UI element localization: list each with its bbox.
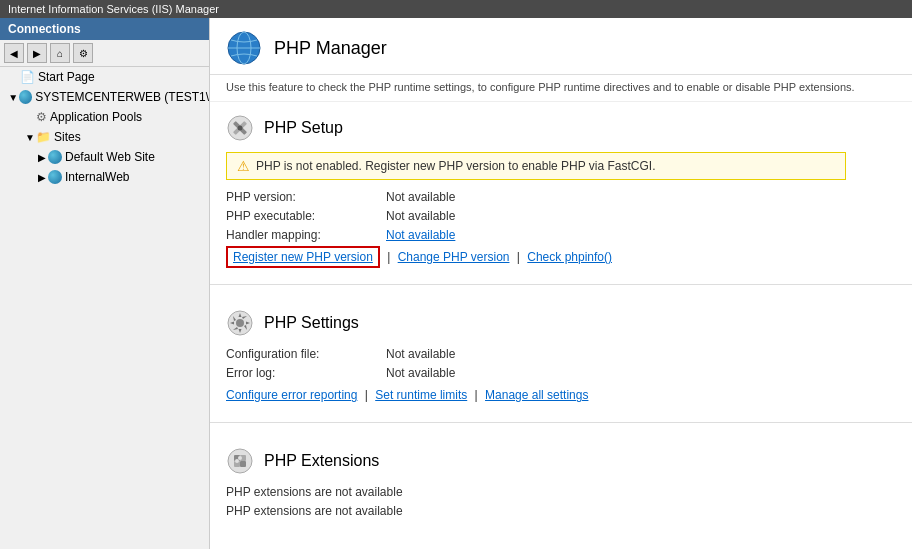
content-description: Use this feature to check the PHP runtim…: [210, 75, 912, 102]
php-executable-row: PHP executable: Not available: [226, 209, 896, 223]
toggle-sites[interactable]: ▼: [24, 132, 36, 143]
sep1: |: [387, 250, 393, 264]
settings-button[interactable]: ⚙: [73, 43, 93, 63]
php-setup-section: PHP Setup ⚠ PHP is not enabled. Register…: [210, 102, 912, 280]
start-page-icon: 📄: [20, 70, 35, 84]
php-settings-header: PHP Settings: [226, 309, 896, 337]
php-settings-actions: Configure error reporting | Set runtime …: [226, 388, 896, 402]
content-header: PHP Manager: [210, 18, 912, 75]
title-bar-label: Internet Information Services (IIS) Mana…: [8, 3, 219, 15]
svg-point-6: [238, 126, 243, 131]
sidebar: Connections ◀ ▶ ⌂ ⚙ 📄 Start Page: [0, 18, 210, 549]
php-setup-title: PHP Setup: [264, 119, 343, 137]
main-layout: Connections ◀ ▶ ⌂ ⚙ 📄 Start Page: [0, 18, 912, 549]
config-file-value: Not available: [386, 347, 455, 361]
ext-row-1: PHP extensions are not available: [226, 485, 896, 499]
svg-point-15: [235, 459, 239, 463]
set-runtime-link[interactable]: Set runtime limits: [375, 388, 467, 402]
warning-text: PHP is not enabled. Register new PHP ver…: [256, 159, 656, 173]
ext-value-2: PHP extensions are not available: [226, 504, 403, 518]
settings-gear-icon: [226, 309, 254, 337]
divider-1: [210, 284, 912, 285]
warning-icon: ⚠: [237, 158, 250, 174]
php-version-value: Not available: [386, 190, 455, 204]
php-setup-actions: Register new PHP version | Change PHP ve…: [226, 250, 896, 264]
ext-value-1: PHP extensions are not available: [226, 485, 403, 499]
manage-all-link[interactable]: Manage all settings: [485, 388, 588, 402]
php-settings-info-table: Configuration file: Not available Error …: [226, 347, 896, 380]
start-page-label: Start Page: [38, 70, 95, 84]
sidebar-title: Connections: [8, 22, 81, 36]
configure-error-link[interactable]: Configure error reporting: [226, 388, 357, 402]
warning-box: ⚠ PHP is not enabled. Register new PHP v…: [226, 152, 846, 180]
sidebar-item-default-web-site[interactable]: ▶ Default Web Site: [0, 147, 209, 167]
sep4: |: [475, 388, 481, 402]
error-log-value: Not available: [386, 366, 455, 380]
back-button[interactable]: ◀: [4, 43, 24, 63]
handler-mapping-row: Handler mapping: Not available: [226, 228, 896, 242]
php-version-label: PHP version:: [226, 190, 386, 204]
app-pools-label: Application Pools: [50, 110, 142, 124]
php-setup-header: PHP Setup: [226, 114, 896, 142]
php-manager-icon: [226, 30, 262, 66]
php-executable-label: PHP executable:: [226, 209, 386, 223]
default-web-label: Default Web Site: [65, 150, 155, 164]
server-label: SYSTEMCENTERWEB (TEST1\: [35, 90, 209, 104]
register-php-link[interactable]: Register new PHP version: [226, 246, 380, 268]
sidebar-header: Connections: [0, 18, 209, 40]
php-settings-section: PHP Settings Configuration file: Not ava…: [210, 297, 912, 418]
svg-point-9: [228, 449, 252, 473]
svg-point-8: [236, 319, 244, 327]
sidebar-toolbar: ◀ ▶ ⌂ ⚙: [0, 40, 209, 67]
server-globe-icon: [19, 90, 32, 104]
title-bar: Internet Information Services (IIS) Mana…: [0, 0, 912, 18]
php-setup-info-table: PHP version: Not available PHP executabl…: [226, 190, 896, 242]
handler-mapping-value[interactable]: Not available: [386, 228, 455, 242]
sites-label: Sites: [54, 130, 81, 144]
forward-button[interactable]: ▶: [27, 43, 47, 63]
sep2: |: [517, 250, 523, 264]
config-file-label: Configuration file:: [226, 347, 386, 361]
php-executable-value: Not available: [386, 209, 455, 223]
sidebar-item-internalweb[interactable]: ▶ InternalWeb: [0, 167, 209, 187]
php-extensions-section: PHP Extensions PHP extensions are not av…: [210, 435, 912, 538]
config-file-row: Configuration file: Not available: [226, 347, 896, 361]
ext-row-2: PHP extensions are not available: [226, 504, 896, 518]
home-button[interactable]: ⌂: [50, 43, 70, 63]
page-title: PHP Manager: [274, 38, 387, 59]
puzzle-icon: [226, 447, 254, 475]
handler-mapping-label: Handler mapping:: [226, 228, 386, 242]
sidebar-item-sites[interactable]: ▼ 📁 Sites: [0, 127, 209, 147]
change-php-link[interactable]: Change PHP version: [398, 250, 510, 264]
php-extensions-header: PHP Extensions: [226, 447, 896, 475]
check-phpinfo-link[interactable]: Check phpinfo(): [527, 250, 612, 264]
toggle-default-web[interactable]: ▶: [36, 152, 48, 163]
default-web-globe-icon: [48, 150, 62, 164]
php-extensions-title: PHP Extensions: [264, 452, 379, 470]
error-log-label: Error log:: [226, 366, 386, 380]
error-log-row: Error log: Not available: [226, 366, 896, 380]
wrench-icon: [226, 114, 254, 142]
sidebar-item-app-pools[interactable]: ⚙ Application Pools: [0, 107, 209, 127]
toggle-server[interactable]: ▼: [8, 92, 19, 103]
sidebar-item-server[interactable]: ▼ SYSTEMCENTERWEB (TEST1\: [0, 87, 209, 107]
internalweb-globe-icon: [48, 170, 62, 184]
internalweb-label: InternalWeb: [65, 170, 129, 184]
app-pools-icon: ⚙: [36, 110, 47, 124]
php-settings-title: PHP Settings: [264, 314, 359, 332]
svg-rect-13: [240, 461, 246, 467]
sidebar-item-start-page[interactable]: 📄 Start Page: [0, 67, 209, 87]
toggle-internalweb[interactable]: ▶: [36, 172, 48, 183]
sep3: |: [365, 388, 371, 402]
tree-container: 📄 Start Page ▼ SYSTEMCENTERWEB (TEST1\: [0, 67, 209, 187]
svg-point-14: [238, 456, 242, 460]
php-extensions-table: PHP extensions are not available PHP ext…: [226, 485, 896, 518]
content-area: PHP Manager Use this feature to check th…: [210, 18, 912, 549]
divider-2: [210, 422, 912, 423]
php-version-row: PHP version: Not available: [226, 190, 896, 204]
